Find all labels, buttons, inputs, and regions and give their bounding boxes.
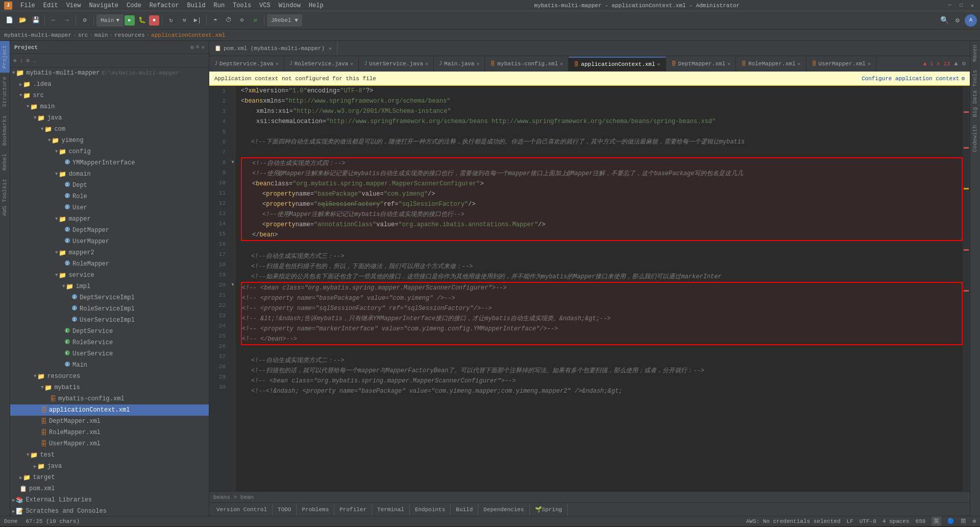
error-badge[interactable]: ▲ 1 ✕ 13 <box>923 60 950 67</box>
tab-main[interactable]: J Main.java ✕ <box>434 57 485 71</box>
tree-item-usermapper-xml[interactable]: 🗄 UserMapper.xml <box>10 438 209 449</box>
run-button[interactable]: ▶ <box>125 15 135 26</box>
menu-tools[interactable]: Tools <box>229 0 255 11</box>
run-config-selector[interactable]: Main ▼ <box>96 14 124 27</box>
tab-close[interactable]: ✕ <box>425 61 428 67</box>
tree-item-root[interactable]: ▼ 📁 mybatis-multi-mapper E:\mybatis-mult… <box>10 67 209 79</box>
debug-button[interactable]: 🐛 <box>136 14 148 27</box>
vtab-maven[interactable]: Maven <box>970 41 980 66</box>
sidebar-tool-3[interactable]: ⚙ <box>25 56 31 65</box>
tab-appcontext[interactable]: 🗄 applicationContext.xml ✕ <box>569 57 666 71</box>
tree-item-mapper[interactable]: ▼ 📁 mapper <box>10 213 209 225</box>
vtab-rebel[interactable]: Rebel <box>0 150 10 175</box>
menu-window[interactable]: Window <box>275 0 305 11</box>
tree-item-external-libs[interactable]: ▶ 📚 External Libraries <box>10 494 209 506</box>
menu-navigate[interactable]: Navigate <box>85 0 122 11</box>
lf-indicator[interactable]: LF <box>847 518 853 524</box>
tab-problems[interactable]: Problems <box>297 503 334 516</box>
tree-item-scratches[interactable]: ▶ 📝 Scratches and Consoles <box>10 506 209 516</box>
menu-code[interactable]: Code <box>122 0 145 11</box>
menu-build[interactable]: Build <box>183 0 209 11</box>
tab-close[interactable]: ✕ <box>560 61 563 67</box>
maximize-button[interactable]: □ <box>958 2 965 9</box>
breadcrumb-main[interactable]: main <box>94 32 108 38</box>
sidebar-close-icon[interactable]: ✕ <box>201 44 205 51</box>
expand-editor-button[interactable]: ▲ <box>954 60 958 67</box>
tree-item-deptmapper-xml[interactable]: 🗄 DeptMapper.xml <box>10 416 209 427</box>
translate-button[interactable]: ⇄ <box>249 14 261 27</box>
profile-button[interactable]: ⏱ <box>223 14 235 27</box>
vtab-bigdata[interactable]: Big Data Tools <box>970 66 980 121</box>
tree-item-main-class[interactable]: J Main <box>10 360 209 371</box>
tab-close[interactable]: ✕ <box>797 61 800 67</box>
menu-run[interactable]: Run <box>209 0 229 11</box>
tab-userservice[interactable]: J UserService.java ✕ <box>359 57 434 71</box>
tab-usermapper[interactable]: 🗄 UserMapper.xml ✕ <box>806 57 876 71</box>
settings-button[interactable]: ⚙ <box>951 14 964 27</box>
tree-item-src[interactable]: ▼ 📁 src <box>10 90 209 101</box>
tree-item-main[interactable]: ▼ 📁 main <box>10 101 209 112</box>
tree-item-idea[interactable]: ▶ 📁 .idea <box>10 79 209 90</box>
indent-indicator[interactable]: 4 spaces <box>883 518 910 524</box>
tree-item-impl[interactable]: ▼ 📁 impl <box>10 281 209 292</box>
settings-icon[interactable]: ⚙ <box>972 518 976 524</box>
tab-close[interactable]: ✕ <box>657 61 660 67</box>
sidebar-tool-1[interactable]: ⊕ <box>12 56 18 65</box>
tree-item-deptserviceimpl[interactable]: J DeptServiceImpl <box>10 292 209 303</box>
breadcrumb-src[interactable]: src <box>78 32 88 38</box>
tab-spring[interactable]: 🌱 Spring <box>530 503 568 516</box>
code-editor[interactable]: <?xml version="1.0" encoding="UTF-8"?> <… <box>236 86 963 491</box>
tree-item-appcontext[interactable]: 🗄 applicationContext.xml <box>10 404 209 416</box>
language-indicator[interactable]: 英 <box>932 516 941 526</box>
tree-item-mybatis[interactable]: ▼ 📁 mybatis <box>10 382 209 393</box>
update-button[interactable]: ↻ <box>165 14 177 27</box>
vtab-structure[interactable]: Structure <box>0 73 10 111</box>
stop-button[interactable]: ■ <box>149 15 159 26</box>
tab-close[interactable]: ✕ <box>276 61 279 67</box>
tab-build[interactable]: Build <box>451 503 478 516</box>
vtab-codewith[interactable]: Codewith <box>970 121 980 156</box>
tab-pom[interactable]: 📋 pom.xml (mybatis-multi-mapper) ✕ <box>209 41 337 56</box>
vtab-bookmarks[interactable]: Bookmarks <box>0 111 10 150</box>
tree-item-test-java[interactable]: ▶ 📁 java <box>10 461 209 472</box>
tab-close[interactable]: ✕ <box>868 61 871 67</box>
menu-file[interactable]: File <box>16 0 39 11</box>
tab-roleservice[interactable]: J RoleService.java ✕ <box>284 57 359 71</box>
settings-button[interactable]: ⚙ <box>962 60 966 67</box>
tab-deptmapper[interactable]: 🗄 DeptMapper.xml ✕ <box>666 57 736 71</box>
tree-item-dept[interactable]: J Dept <box>10 180 209 191</box>
new-file-button[interactable]: 📄 <box>3 14 15 27</box>
input-method-indicator[interactable]: 🔵 <box>947 518 954 524</box>
tab-mybatis-config[interactable]: 🗄 mybatis-config.xml ✕ <box>485 57 569 71</box>
tree-item-ymapper[interactable]: J YMMapperInterface <box>10 157 209 169</box>
tab-close[interactable]: ✕ <box>727 61 730 67</box>
tree-item-mybatis-config[interactable]: 🗄 mybatis-config.xml <box>10 393 209 404</box>
more-button[interactable]: ▶| <box>191 14 204 27</box>
sidebar-tool-4[interactable]: … <box>32 57 37 65</box>
tree-item-rolemapper[interactable]: J RoleMapper <box>10 258 209 270</box>
tab-deptservice[interactable]: J DeptService.java ✕ <box>209 57 284 71</box>
tree-item-deptmapper[interactable]: J DeptMapper <box>10 225 209 236</box>
sidebar-settings-icon[interactable]: ⚙ <box>190 44 194 51</box>
breadcrumb-file[interactable]: applicationContext.xml <box>151 32 225 38</box>
tree-item-test[interactable]: ▼ 📁 test <box>10 449 209 461</box>
tree-item-com[interactable]: ▼ 📁 com <box>10 124 209 135</box>
tree-item-userserviceimpl[interactable]: J UserServiceImpl <box>10 315 209 326</box>
tree-item-usermapper[interactable]: J UserMapper <box>10 236 209 247</box>
tree-item-roleserviceimpl[interactable]: J RoleServiceImpl <box>10 303 209 315</box>
tree-item-target[interactable]: ▶ 📁 target <box>10 472 209 483</box>
tree-item-user[interactable]: J User <box>10 202 209 213</box>
tab-close[interactable]: ✕ <box>476 61 479 67</box>
tab-rolemapper[interactable]: 🗄 RoleMapper.xml ✕ <box>736 57 806 71</box>
tree-item-roleservice[interactable]: I RoleService <box>10 337 209 348</box>
tree-item-rolemapper-xml[interactable]: 🗄 RoleMapper.xml <box>10 427 209 438</box>
tree-item-userservice[interactable]: I UserService <box>10 348 209 360</box>
tree-item-deptservice[interactable]: I DeptService <box>10 326 209 337</box>
breadcrumb-project[interactable]: mybatis-multi-mapper <box>4 32 71 38</box>
no-button[interactable]: ⊘ <box>236 14 248 27</box>
configure-link[interactable]: Configure application context ⚙ <box>862 75 965 82</box>
sidebar-tool-2[interactable]: ↕ <box>19 57 24 65</box>
coverage-button[interactable]: ☂ <box>209 14 222 27</box>
tree-item-java[interactable]: ▼ 📁 java <box>10 112 209 124</box>
tab-endpoints[interactable]: Endpoints <box>410 503 451 516</box>
